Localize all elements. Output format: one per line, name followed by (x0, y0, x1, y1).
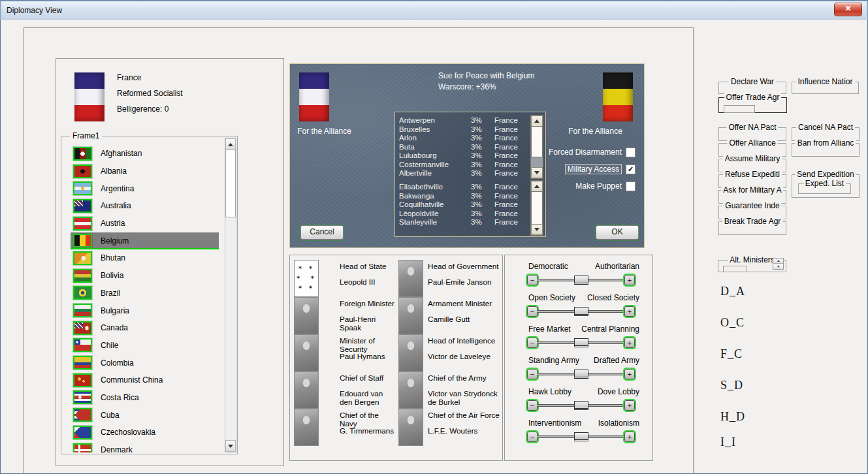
country-list-item[interactable]: Colombia (63, 354, 225, 371)
slider-minus-button[interactable]: − (527, 306, 538, 317)
slider-thumb[interactable] (574, 370, 588, 379)
province-row[interactable]: Antwerpen3%France (399, 116, 528, 125)
country-name-label: Albania (101, 166, 127, 176)
province-row[interactable]: Luluabourg3%France (399, 151, 528, 161)
scroll-up-button[interactable] (225, 138, 236, 150)
country-list-item[interactable]: Cuba (63, 406, 225, 424)
belgium-flag-icon (603, 72, 633, 121)
policy-slider[interactable]: −+ (527, 400, 635, 411)
country-list-item[interactable]: Chile (63, 337, 225, 355)
country-list-item[interactable]: Australia (63, 197, 225, 215)
slider-minus-button[interactable]: − (527, 400, 538, 411)
slider-thumb[interactable] (574, 338, 588, 347)
province-row[interactable]: Bakwanga3%France (399, 192, 528, 201)
country-list-item[interactable]: Czechoslovakia (63, 424, 225, 441)
checkbox-row[interactable]: Make Puppet (575, 181, 635, 191)
slider-plus-button[interactable]: + (624, 275, 635, 285)
province-scrollbar[interactable] (530, 180, 543, 236)
country-list-item[interactable]: Afghanistan (63, 145, 225, 163)
province-owner: France (494, 210, 528, 219)
policy-slider[interactable]: −+ (527, 275, 635, 285)
province-row[interactable]: Bruxelles3%France (399, 125, 528, 134)
policy-slider[interactable]: −+ (527, 369, 635, 379)
minister-title: Chief of the Army (428, 373, 487, 382)
exped-list-button[interactable]: Exped. List (798, 183, 851, 194)
cancel-button[interactable]: Cancel (300, 225, 344, 240)
slider-plus-button[interactable]: + (624, 306, 635, 317)
scroll-down-button[interactable] (531, 224, 543, 235)
minister-row: Chief of the Air ForceL.F.E. Wouters (290, 409, 502, 446)
province-row[interactable]: Albertville3%France (399, 169, 528, 178)
province-row[interactable]: Buta3%France (399, 143, 528, 152)
slider-plus-button[interactable]: + (624, 432, 635, 442)
alt-ministers-inner-button[interactable] (723, 266, 747, 272)
title-bar: Diplomacy View (0, 0, 868, 20)
slider-thumb[interactable] (574, 401, 588, 410)
province-row[interactable]: Costermanville3%France (399, 161, 528, 170)
province-row[interactable]: Coquilhatville3%France (399, 200, 528, 210)
province-value: 3% (471, 116, 494, 125)
checkbox[interactable] (626, 182, 635, 191)
slider-thumb[interactable] (574, 276, 588, 285)
slider-right-label: Authoritarian (595, 262, 639, 271)
checkbox[interactable]: ✓ (626, 165, 635, 174)
policy-slider[interactable]: −+ (527, 306, 635, 317)
country-list-item[interactable]: Austria (63, 215, 225, 232)
country-list-item[interactable]: Albania (63, 163, 225, 180)
slider-plus-button[interactable]: + (624, 369, 635, 379)
country-list-item[interactable]: Costa Rica (63, 389, 225, 407)
slider-minus-button[interactable]: − (527, 432, 538, 442)
slider-plus-button[interactable]: + (624, 338, 635, 348)
slider-minus-button[interactable]: − (527, 338, 538, 348)
policy-slider[interactable]: −+ (527, 432, 635, 442)
scroll-up-button[interactable] (531, 181, 543, 192)
country-list-item[interactable]: Brazil (63, 285, 225, 302)
ban-from-alliance-button[interactable]: Ban from Allianc (792, 143, 860, 157)
province-row[interactable]: Élisabethville3%France (399, 183, 528, 192)
province-scrollbar[interactable] (530, 115, 543, 179)
spinner-up-button[interactable] (773, 259, 783, 264)
close-button[interactable]: ✕ (834, 3, 862, 16)
scroll-down-button[interactable] (531, 167, 543, 178)
checkbox[interactable] (626, 148, 635, 157)
alt-ministers-button[interactable]: Alt. Ministers (718, 260, 786, 272)
country-list-item[interactable]: Bulgaria (63, 302, 225, 319)
send-expedition-button[interactable]: Send Expedition Exped. List (792, 174, 860, 198)
scrollbar-thumb[interactable] (531, 126, 543, 157)
policy-slider-block: InterventionismIsolationism−+ (505, 419, 652, 450)
country-list-item[interactable]: Belgium (63, 232, 225, 249)
country-list-item[interactable]: Bhutan (63, 249, 225, 267)
checkbox-row[interactable]: Forced Disarmament (549, 147, 635, 157)
slider-thumb[interactable] (574, 307, 588, 316)
window-title: Diplomacy View (7, 6, 62, 15)
slider-minus-button[interactable]: − (527, 369, 538, 379)
country-list-item[interactable]: Canada (63, 319, 225, 337)
country-list-item[interactable]: Communist China (63, 371, 225, 389)
scroll-up-button[interactable] (531, 116, 543, 127)
break-trade-agreement-button[interactable]: Break Trade Agr (718, 221, 786, 235)
scroll-down-button[interactable] (225, 440, 236, 452)
scrollbar-thumb[interactable] (225, 150, 236, 217)
offer-trade-inner-button[interactable] (724, 105, 755, 113)
spinner-down-button[interactable] (773, 264, 783, 269)
country-list-item[interactable]: Bolivia (63, 267, 225, 285)
minister-title: Head of Intelligence (428, 336, 495, 345)
alt-ministers-spinner[interactable] (773, 258, 784, 270)
checkbox-row[interactable]: Military Access✓ (565, 164, 635, 174)
province-row[interactable]: Léopoldville3%France (399, 210, 528, 219)
country-list-item[interactable]: Denmark (63, 441, 225, 452)
arrow-up-icon (228, 143, 233, 146)
slider-plus-button[interactable]: + (624, 400, 635, 411)
ok-button[interactable]: OK (596, 225, 639, 240)
send-expedition-label: Send Expedition (795, 170, 856, 179)
policy-slider[interactable]: −+ (527, 338, 635, 348)
country-list-scrollbar[interactable] (225, 138, 236, 452)
slider-thumb[interactable] (574, 432, 588, 441)
country-list-item[interactable]: Argentina (63, 180, 225, 197)
slider-minus-button[interactable]: − (527, 275, 538, 285)
slider-right-label: Dove Lobby (598, 387, 639, 396)
province-row[interactable]: Arlon3%France (399, 134, 528, 143)
offer-trade-agreement-button[interactable]: Offer Trade Agr (718, 97, 787, 113)
province-row[interactable]: Stanleyville3%France (399, 218, 528, 227)
influence-nation-button[interactable]: Influence Natior (792, 82, 859, 94)
